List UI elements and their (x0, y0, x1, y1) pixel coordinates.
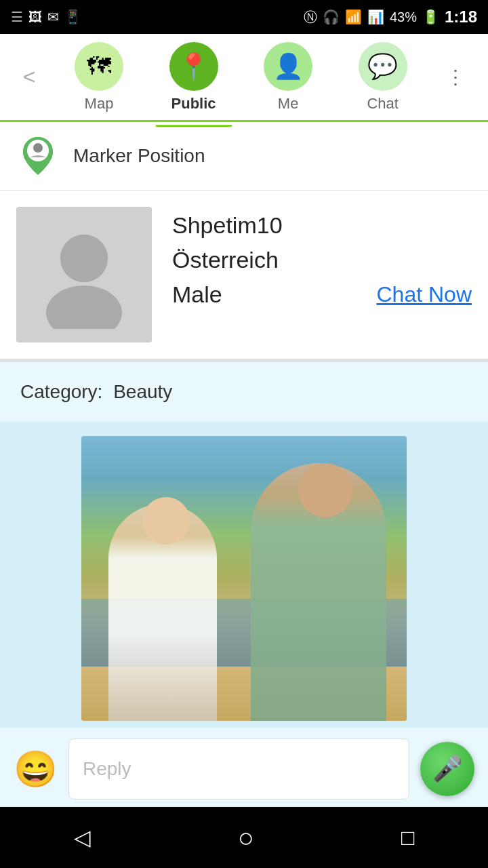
signal-icon: ☰ (11, 9, 23, 25)
nfc-icon: Ⓝ (304, 8, 317, 26)
tablet-icon: 📱 (64, 9, 81, 25)
emoji-button[interactable]: 😄 (14, 749, 58, 790)
signal-bars-icon: 📊 (367, 9, 384, 25)
profile-section: Shpetim10 Österreich Male Chat Now (0, 191, 488, 360)
category-row: Category: Beauty (0, 362, 488, 422)
more-menu-button[interactable]: ⋮ (439, 59, 472, 95)
android-home-button[interactable]: ○ (218, 816, 274, 860)
head-back (142, 497, 190, 545)
nav-label-map: Map (85, 95, 114, 113)
profile-avatar (16, 207, 152, 342)
headset-icon: 🎧 (323, 9, 340, 25)
battery-icon: 🔋 (422, 9, 439, 25)
avatar-placeholder-icon (30, 220, 138, 329)
android-recent-button[interactable]: □ (381, 818, 434, 857)
post-image-container (0, 422, 488, 728)
post-image (81, 436, 407, 721)
nav-item-chat[interactable]: 💬 Chat (345, 37, 421, 118)
mic-icon: 🎤 (432, 755, 463, 783)
mail-icon: ✉ (47, 9, 59, 25)
category-value: Beauty (113, 381, 172, 402)
nav-label-public: Public (171, 95, 216, 113)
marker-icon (16, 134, 60, 178)
navigation-bar: < 🗺 Map 📍 Public 👤 Me 💬 Chat ⋮ (0, 34, 488, 122)
profile-gender-row: Male Chat Now (172, 281, 472, 308)
android-back-button[interactable]: ◁ (54, 818, 111, 857)
profile-username: Shpetim10 (172, 212, 472, 239)
chat-icon: 💬 (359, 42, 407, 91)
image-icon: 🖼 (28, 9, 42, 25)
battery-percent: 43% (390, 9, 417, 25)
nav-label-chat: Chat (367, 95, 398, 113)
nav-item-map[interactable]: 🗺 Map (61, 37, 137, 118)
nav-item-public[interactable]: 📍 Public (156, 37, 232, 118)
status-icons-right: Ⓝ 🎧 📶 📊 43% 🔋 1:18 (304, 7, 477, 26)
android-nav-bar: ◁ ○ □ (0, 807, 488, 868)
chat-now-button[interactable]: Chat Now (377, 282, 472, 307)
status-icons-left: ☰ 🖼 ✉ 📱 (11, 9, 81, 25)
public-icon: 📍 (169, 42, 218, 91)
marker-position-row: Marker Position (0, 122, 488, 191)
head-front (298, 463, 352, 517)
svg-point-2 (33, 143, 43, 153)
reply-bar: 😄 Reply 🎤 (0, 728, 488, 810)
marker-position-label: Marker Position (73, 145, 205, 167)
map-icon: 🗺 (75, 42, 123, 91)
profile-gender: Male (172, 281, 222, 308)
mic-button[interactable]: 🎤 (420, 742, 474, 796)
clock: 1:18 (445, 7, 477, 26)
back-button[interactable]: < (16, 58, 43, 96)
svg-point-4 (46, 285, 122, 329)
reply-input[interactable]: Reply (68, 738, 409, 800)
category-label: Category: (20, 381, 102, 402)
nav-item-me[interactable]: 👤 Me (250, 37, 326, 118)
status-bar: ☰ 🖼 ✉ 📱 Ⓝ 🎧 📶 📊 43% 🔋 1:18 (0, 0, 488, 34)
profile-location: Österreich (172, 247, 472, 273)
wifi-icon: 📶 (345, 9, 362, 25)
me-icon: 👤 (264, 42, 312, 91)
nav-label-me: Me (278, 95, 299, 113)
profile-info: Shpetim10 Österreich Male Chat Now (172, 207, 472, 308)
reply-placeholder: Reply (83, 758, 131, 780)
svg-point-3 (60, 235, 108, 282)
